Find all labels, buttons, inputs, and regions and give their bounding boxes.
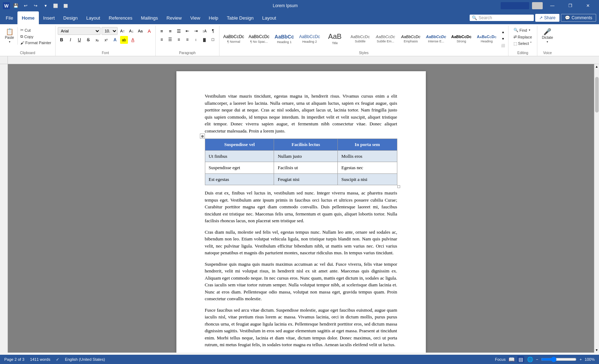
align-left-button[interactable]: ≡ — [158, 36, 166, 43]
align-center-button[interactable]: ☰ — [166, 36, 174, 43]
replace-button[interactable]: ⇄ Replace — [511, 34, 535, 40]
close-button[interactable]: ✕ — [580, 0, 596, 11]
show-hide-button[interactable]: ¶ — [209, 27, 217, 35]
shrink-font-button[interactable]: A↓ — [128, 27, 135, 35]
save-button[interactable]: 💾 — [11, 1, 20, 10]
border-button[interactable]: ☐ — [209, 36, 217, 43]
highlight-button[interactable]: ab — [120, 36, 128, 44]
undo-button[interactable]: ↩ — [21, 1, 30, 10]
editing-label: Editing — [510, 50, 536, 56]
dictate-button[interactable]: 🎤 Dictate ▾ — [539, 27, 555, 45]
menu-table-layout[interactable]: Layout — [258, 11, 280, 24]
grow-font-button[interactable]: A↑ — [119, 27, 126, 35]
scroll-down-button[interactable]: ▼ — [594, 348, 599, 353]
ribbon-toggle[interactable] — [532, 2, 543, 9]
style-intense-em[interactable]: AaBbCcDc Intense E... — [424, 28, 448, 50]
italic-button[interactable]: I — [67, 36, 74, 44]
scroll-thumb[interactable] — [595, 77, 599, 113]
find-button[interactable]: 🔍 Find ▾ — [511, 27, 533, 33]
sort-button[interactable]: ↕A — [201, 27, 208, 35]
account-info[interactable] — [501, 2, 529, 9]
bullets-button[interactable]: ≡ — [158, 27, 166, 35]
minimize-button[interactable]: — — [544, 0, 561, 11]
select-button[interactable]: ⬚ Select ˅ — [511, 41, 535, 47]
scroll-up-button[interactable]: ▲ — [594, 64, 599, 69]
document-title: Lorem Ipsum — [70, 3, 501, 8]
gallery-scroll-down-button[interactable]: ▼ — [500, 36, 506, 42]
redo-button[interactable]: ↪ — [31, 1, 40, 10]
case-button[interactable]: Aa — [136, 27, 144, 35]
gallery-scroll-up-button[interactable]: ▲ — [500, 29, 506, 35]
menu-design[interactable]: Design — [59, 11, 82, 24]
font-name-row: Arial 10.5 A↑ A↓ Aa A — [58, 27, 153, 35]
table-cell-2-3: Egestas nec — [338, 162, 397, 174]
menu-home[interactable]: Home — [17, 11, 39, 24]
style-no-spacing[interactable]: AaBbCcDc ¶ No Spac... — [247, 28, 271, 50]
superscript-button[interactable]: x² — [102, 36, 110, 44]
bold-button[interactable]: B — [58, 36, 66, 44]
customize-qat-button[interactable]: ▾ — [41, 1, 50, 10]
menu-insert[interactable]: Insert — [39, 11, 59, 24]
increase-indent-button[interactable]: ⇥ — [192, 27, 200, 35]
paragraph-3: Cras diam nulla, molestie sed felis vel,… — [205, 229, 397, 256]
menu-view[interactable]: View — [186, 11, 205, 24]
table-move-handle[interactable]: ⊕ — [200, 134, 205, 139]
document-area[interactable]: Vestibulum vitae mauris tincidunt, egest… — [8, 64, 594, 353]
voice-label: Voice — [539, 50, 556, 56]
style-emphasis-preview: AaBbCcDc — [401, 35, 420, 39]
copy-button[interactable]: ⧉ Copy — [19, 33, 53, 40]
subscript-button[interactable]: x₂ — [93, 36, 101, 44]
share-button[interactable]: ↗ Share — [535, 14, 559, 22]
align-right-button[interactable]: ≡ — [175, 36, 183, 43]
style-normal[interactable]: AaBbCcDc ¶ Normal — [222, 28, 246, 50]
style-heading[interactable]: AaBbCcDc Heading — [475, 28, 499, 50]
style-subtle-em[interactable]: AaBbCcDc Subtle Em... — [373, 28, 398, 50]
voice-content: 🎤 Dictate ▾ — [539, 26, 556, 50]
menu-help[interactable]: Help — [205, 11, 223, 24]
style-heading-label: Heading — [481, 40, 493, 43]
menu-references[interactable]: References — [104, 11, 136, 24]
style-subtitle-preview: AaBbCcDc — [351, 35, 370, 39]
gallery-more-button[interactable]: ⬜ — [500, 42, 506, 49]
strikethrough-button[interactable]: S — [84, 36, 92, 44]
clear-formatting-button[interactable]: A — [145, 27, 153, 35]
table-header-row: Suspendisse vel Facilisis lectus In port… — [205, 139, 397, 151]
menu-table-design[interactable]: Table Design — [223, 11, 258, 24]
style-subtitle[interactable]: AaBbCcDc Subtitle — [348, 28, 372, 50]
menu-file[interactable]: File — [1, 11, 17, 24]
style-title[interactable]: AaB Title — [323, 28, 347, 50]
style-no-spacing-preview: AaBbCcDc — [248, 34, 269, 39]
justify-button[interactable]: ≡ — [184, 36, 191, 43]
line-spacing-button[interactable]: ↕ — [192, 36, 200, 43]
editing-content: 🔍 Find ▾ ⇄ Replace ⬚ Select ˅ — [510, 26, 536, 50]
underline-button[interactable]: U — [76, 36, 83, 44]
vertical-scrollbar[interactable]: ▲ ▼ — [594, 64, 599, 353]
search-box[interactable]: 🔍 Search — [470, 15, 534, 21]
touch-mode-button[interactable]: ⬜ — [51, 1, 60, 10]
style-heading2[interactable]: AaBbCcDc Heading 2 — [298, 28, 322, 50]
restore-button[interactable]: ❐ — [562, 0, 578, 11]
font-size-select[interactable]: 10.5 — [102, 27, 118, 35]
style-emphasis[interactable]: AaBbCcDc Emphasis — [399, 28, 423, 50]
multilevel-button[interactable]: ☰ — [175, 27, 183, 35]
comments-button[interactable]: 💬 Comments — [561, 14, 596, 22]
table-resize-handle[interactable] — [397, 185, 400, 188]
format-painter-button[interactable]: 🖌 Format Painter — [19, 40, 53, 46]
font-name-select[interactable]: Arial — [58, 27, 100, 35]
numbering-button[interactable]: ≡ — [166, 27, 174, 35]
menu-review[interactable]: Review — [162, 11, 186, 24]
menu-layout[interactable]: Layout — [82, 11, 104, 24]
auto-save-toggle[interactable]: ⬜ — [61, 1, 70, 10]
cut-button[interactable]: ✂ Cut — [19, 27, 53, 33]
paragraph-2: Duis erat ex, finibus vel luctus in, ves… — [205, 189, 397, 224]
paragraph-4: Suspendisse quis magna quis mauris maxim… — [205, 261, 397, 302]
paste-button[interactable]: 📋 Paste ▾ — [2, 27, 18, 45]
word-logo-icon[interactable]: W — [3, 2, 10, 9]
style-strong[interactable]: AaBbCcDc Strong — [449, 28, 474, 50]
style-heading1[interactable]: AaBbCc Heading 1 — [272, 28, 296, 50]
menu-mailings[interactable]: Mailings — [137, 11, 162, 24]
text-effects-button[interactable]: A — [111, 36, 119, 44]
decrease-indent-button[interactable]: ⇤ — [184, 27, 191, 35]
shading-button[interactable]: ▓ — [201, 36, 208, 43]
font-color-button[interactable]: A — [129, 36, 137, 44]
